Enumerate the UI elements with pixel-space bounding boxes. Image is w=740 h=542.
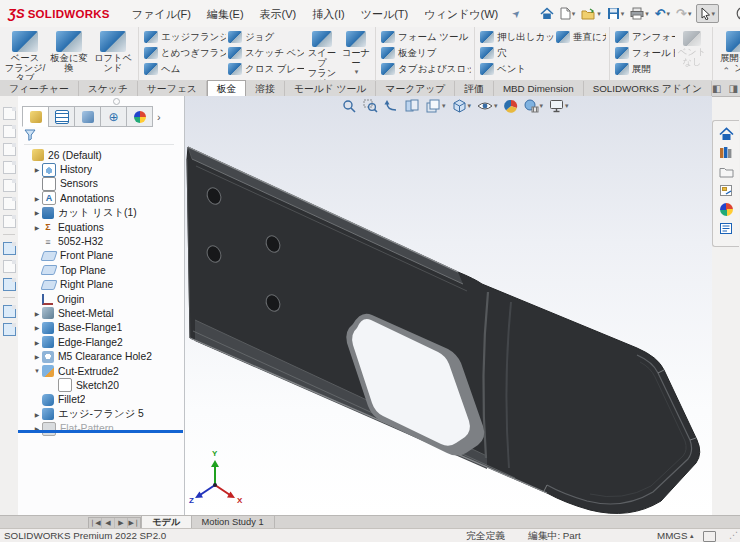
expand-arrow[interactable]: ▶ [32, 195, 42, 202]
home-button[interactable] [538, 5, 556, 22]
tree-item-sheet-metal[interactable]: ▶Sheet-Metal [18, 306, 183, 320]
tree-item-cut-list[interactable]: ▶カット リスト(1) [18, 206, 183, 220]
units-selector[interactable]: MMGS [657, 529, 687, 542]
file-explorer-button[interactable] [716, 162, 736, 181]
sheet-metal-part[interactable] [187, 147, 700, 513]
view-orientation-button[interactable]: ▾ [450, 98, 474, 114]
view-palette-button[interactable] [716, 181, 736, 200]
dropdown-caret[interactable]: ▾ [572, 10, 576, 18]
pane-right-icon[interactable]: ◨ [728, 82, 737, 96]
rollback-bar[interactable] [18, 430, 183, 433]
tree-item-sketch20[interactable]: ▶Sketch20 [18, 378, 183, 392]
tab-displaymanager[interactable] [126, 106, 153, 127]
expand-arrow[interactable]: ▶ [32, 339, 42, 346]
edit-tool-icon[interactable] [3, 260, 16, 273]
units-caret[interactable]: ▴ [690, 529, 694, 542]
undo-button[interactable]: ↶ ▾ [653, 4, 672, 23]
new-document-button[interactable]: ▾ [558, 5, 578, 22]
tree-item-flat-pattern[interactable]: ▶Flat-Pattern [18, 421, 183, 435]
expand-arrow[interactable]: ▶ [32, 224, 42, 231]
jog-button[interactable]: ジョグ [226, 29, 304, 45]
tab-sheet-metal[interactable]: 板金 [207, 80, 247, 96]
tab-markup[interactable]: マークアップ [376, 81, 455, 96]
menu-insert[interactable]: 挿入(I) [304, 1, 352, 27]
view-tool-icon[interactable] [3, 179, 16, 192]
dropdown-caret[interactable]: ▾ [540, 102, 544, 110]
previous-view-button[interactable] [382, 98, 401, 114]
select-tool-button[interactable]: ▾ [696, 4, 720, 23]
miter-flange-button[interactable]: とめつぎフランジ [142, 45, 226, 61]
tree-item-origin[interactable]: ▶Origin [18, 292, 183, 306]
tree-item-history[interactable]: ▶History [18, 162, 183, 176]
zoom-to-area-button[interactable] [361, 98, 380, 114]
view-settings-button[interactable]: ▾ [547, 98, 571, 114]
taskpane-home-button[interactable] [716, 124, 736, 143]
menu-file[interactable]: ファイル(F) [124, 1, 199, 27]
component-tool-icon[interactable] [3, 323, 16, 336]
tab-mbd-dimension[interactable]: MBD Dimension [494, 81, 584, 96]
tab-evaluate[interactable]: 評価 [455, 81, 494, 96]
tree-item-annotations[interactable]: ▶AAnnotations [18, 191, 183, 205]
save-button[interactable]: ▾ [605, 5, 627, 22]
tab-surfaces[interactable]: サーフェス [138, 81, 207, 96]
tree-item-cut-extrude2[interactable]: ▼Cut-Extrude2 [18, 364, 183, 378]
open-button[interactable]: ▾ [579, 6, 603, 22]
hem-button[interactable]: ヘム [142, 61, 226, 77]
fold-button[interactable]: フォールド [613, 45, 675, 61]
extruded-cut-button[interactable]: 押し出しカット [478, 29, 554, 45]
design-library-button[interactable] [716, 143, 736, 162]
collapse-arrow[interactable]: ▼ [32, 368, 42, 374]
convert-to-sheet-metal-button[interactable]: 板金に変 換 [47, 29, 91, 73]
tree-item-equations[interactable]: ▶ΣEquations [18, 220, 183, 234]
tab-propertymanager[interactable] [48, 106, 75, 127]
tree-item-edge-flange5[interactable]: ▶エッジ-フランジ 5 [18, 407, 183, 421]
expand-arrow[interactable]: ▶ [32, 209, 42, 216]
tab-mold-tools[interactable]: モールド ツール [285, 81, 376, 96]
ribbon-collapse-chevron[interactable]: ⌃ [722, 66, 730, 76]
graphics-viewport[interactable]: Y X Z ▾ ▾ ▾ ▾ ▾ [185, 96, 712, 515]
view-tool-icon[interactable] [3, 125, 16, 138]
hole-wizard-button[interactable]: 穴 [478, 45, 554, 61]
view-tool-icon[interactable] [3, 197, 16, 210]
zoom-to-fit-button[interactable] [340, 98, 359, 114]
tab-weldments[interactable]: 溶接 [246, 81, 285, 96]
lofted-bend-button[interactable]: ロフトベンド [91, 29, 135, 73]
view-tool-icon[interactable] [3, 161, 16, 174]
flatten-button[interactable]: 展開 [613, 61, 675, 77]
tab-featuremanager[interactable] [22, 106, 49, 127]
corner-button[interactable]: コーナー ▾ [340, 29, 372, 76]
previous-tab-button[interactable]: ◀ [102, 518, 115, 528]
normal-cut-button[interactable]: 垂直にカット [554, 29, 606, 45]
dropdown-caret[interactable]: ▾ [468, 102, 472, 110]
sketch-tool-icon[interactable] [3, 242, 16, 255]
expand-arrow[interactable]: ▶ [32, 353, 42, 360]
edit-appearance-button[interactable] [502, 98, 520, 114]
tab-dimxpertmanager[interactable]: ⊕ [100, 106, 127, 127]
tab-sketch[interactable]: スケッチ [79, 81, 138, 96]
dropdown-caret[interactable]: ▾ [712, 10, 716, 18]
tab-and-slot-button[interactable]: タブおよびスロット [379, 61, 471, 77]
tree-item-fillet2[interactable]: ▶Fillet2 [18, 393, 183, 407]
tab-solidworks-addins[interactable]: SOLIDWORKS アドイン [584, 81, 712, 96]
tree-filter[interactable] [24, 129, 174, 145]
dropdown-caret[interactable]: ▾ [597, 10, 601, 18]
menu-tools[interactable]: ツール(T) [353, 1, 417, 27]
forming-tool-button[interactable]: フォーム ツール [379, 29, 471, 45]
view-tool-icon[interactable] [3, 143, 16, 156]
menu-edit[interactable]: 編集(E) [199, 1, 252, 27]
pane-left-icon[interactable]: ◧ [712, 82, 721, 96]
edge-flange-button[interactable]: エッジフランジ [142, 29, 226, 45]
dropdown-caret[interactable]: ▾ [621, 10, 625, 18]
tree-item-base-flange1[interactable]: ▶Base-Flange1 [18, 321, 183, 335]
panel-collapse-handle[interactable] [113, 98, 120, 105]
print-button[interactable]: ▾ [628, 5, 651, 22]
sheet-metal-gusset-button[interactable]: 板金リブ [379, 45, 471, 61]
last-tab-button[interactable]: ▶❘ [128, 518, 140, 528]
next-tab-button[interactable]: ▶ [115, 518, 128, 528]
tree-item-material[interactable]: ▶≡5052-H32 [18, 234, 183, 248]
pin-menu-icon[interactable]: ➤ [510, 7, 524, 21]
unfold-button[interactable]: アンフォールド [613, 29, 675, 45]
apply-scene-button[interactable]: ▾ [522, 98, 546, 114]
menu-window[interactable]: ウィンドウ(W) [416, 1, 506, 27]
tree-item-edge-flange2[interactable]: ▶Edge-Flange2 [18, 335, 183, 349]
